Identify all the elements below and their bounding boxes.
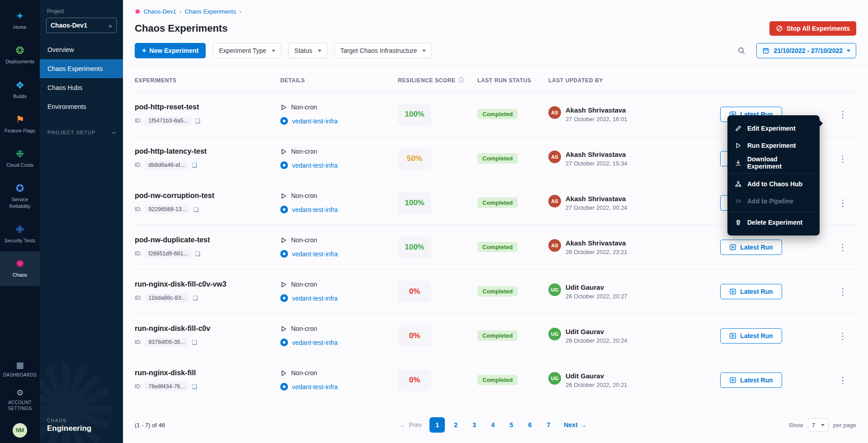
experiment-id-value: f26651d9-681...	[145, 249, 192, 258]
latest-run-button[interactable]: Latest Run	[720, 240, 782, 255]
copy-icon[interactable]: ❏	[195, 118, 200, 124]
copy-icon[interactable]: ❏	[193, 206, 198, 213]
project-selector[interactable]: Chaos-Dev1 »	[46, 18, 117, 33]
search-button[interactable]	[734, 43, 749, 58]
info-icon[interactable]: ⓘ	[458, 76, 465, 85]
page-number: 3	[472, 421, 476, 429]
copy-icon[interactable]: ❏	[195, 250, 200, 257]
menu-item-run-experiment[interactable]: Run Experiment	[727, 137, 820, 154]
chevron-down-icon	[318, 50, 321, 52]
new-experiment-button[interactable]: + New Experiment	[135, 43, 206, 58]
stop-all-experiments-button[interactable]: Stop All Experiments	[769, 21, 856, 36]
page-number-button[interactable]: 7	[541, 417, 556, 433]
experiment-name-link[interactable]: run-nginx-disk-fill-c0v	[135, 325, 280, 333]
latest-run-icon	[729, 244, 736, 251]
filter-label: Target Chaos Infrastructure	[340, 47, 417, 54]
latest-run-button[interactable]: Latest Run	[720, 284, 782, 299]
latest-run-label: Latest Run	[740, 332, 773, 339]
page-size-select[interactable]: 7	[808, 418, 829, 432]
infrastructure-link[interactable]: vedant-test-infra	[292, 118, 338, 125]
menu-item-add-to-chaos-hub[interactable]: Add to Chaos Hub	[727, 175, 820, 193]
infrastructure-link[interactable]: vedant-test-infra	[292, 295, 338, 302]
breadcrumb-page-link[interactable]: Chaos Experiments	[185, 8, 236, 15]
user-block: Akash Shrivastava 26 October 2022, 23:21	[566, 239, 627, 255]
rail-module-item[interactable]: ❉ Cloud Costs	[0, 141, 40, 176]
infrastructure-icon	[280, 117, 288, 125]
filter-dropdown[interactable]: Experiment Type	[213, 43, 281, 58]
experiment-id-value: 93784f05-35...	[145, 338, 189, 347]
experiment-name-link[interactable]: pod-http-reset-test	[135, 103, 280, 111]
menu-item-label: Edit Experiment	[747, 125, 796, 132]
project-setup-toggle[interactable]: PROJECT SETUP	[47, 130, 115, 135]
expand-project-icon[interactable]: »	[108, 22, 112, 29]
row-menu-button[interactable]: ⋮	[829, 330, 856, 341]
page-number-button[interactable]: 3	[467, 417, 482, 433]
latest-run-button[interactable]: Latest Run	[720, 328, 782, 344]
experiment-id-value: db8d6a46-af...	[145, 160, 189, 170]
row-menu-button[interactable]: ⋮	[829, 242, 856, 253]
infrastructure-icon	[280, 250, 288, 258]
page-number-button[interactable]: 2	[448, 417, 463, 433]
row-menu-button[interactable]: ⋮	[829, 153, 856, 164]
experiment-name-link[interactable]: run-nginx-disk-fill	[135, 369, 280, 377]
rail-bottom-item[interactable]: ▦ DASHBOARDS	[0, 356, 40, 383]
user-avatar[interactable]: NM	[13, 423, 27, 438]
rail-module-item[interactable]: ⚑ Feature Flags	[0, 107, 40, 141]
project-section-label: Project	[47, 8, 116, 14]
menu-item-delete-experiment[interactable]: Delete Experiment	[727, 214, 820, 231]
menu-item-download-experiment[interactable]: Download Experiment	[727, 154, 820, 171]
rail-module-item[interactable]: ❂ Deployments	[0, 38, 40, 72]
copy-icon[interactable]: ❏	[192, 162, 197, 169]
rail-module-item[interactable]: ❖ Builds	[0, 73, 40, 107]
id-label: ID:	[135, 118, 142, 124]
filter-dropdown[interactable]: Status	[288, 43, 327, 58]
copy-icon[interactable]: ❏	[193, 295, 198, 302]
filter-dropdown[interactable]: Target Chaos Infrastructure	[335, 43, 432, 58]
page-number-button[interactable]: 1	[429, 417, 445, 433]
copy-icon[interactable]: ❏	[192, 339, 197, 346]
last-run-status-cell: Completed	[477, 153, 548, 164]
menu-item-label: Delete Experiment	[747, 219, 802, 226]
sidebar-nav-item[interactable]: Overview	[40, 40, 123, 59]
sidebar-nav-item[interactable]: Chaos Hubs	[40, 78, 123, 97]
row-menu-button[interactable]: ⋮	[829, 198, 856, 208]
play-icon	[735, 142, 742, 149]
user-block: Akash Shrivastava 27 October 2022, 15:34	[566, 151, 627, 167]
infrastructure-link[interactable]: vedant-test-infra	[292, 383, 338, 391]
sidebar-nav-item[interactable]: Chaos Experiments	[40, 59, 123, 78]
latest-run-button[interactable]: Latest Run	[720, 372, 782, 388]
prev-page-button[interactable]: ← Prev	[395, 421, 426, 429]
infrastructure-link[interactable]: vedant-test-infra	[292, 206, 338, 213]
page-number-button[interactable]: 4	[485, 417, 500, 433]
sidebar-nav-item[interactable]: Environments	[40, 97, 123, 116]
row-menu-button[interactable]: ⋮	[829, 109, 856, 120]
last-run-status-cell: Completed	[477, 198, 548, 208]
rail-module-item[interactable]: ✪ Service Reliability	[0, 176, 40, 217]
experiment-name-link[interactable]: pod-nw-corruption-test	[135, 192, 280, 200]
infrastructure-link[interactable]: vedant-test-infra	[292, 339, 338, 346]
experiment-name-link[interactable]: pod-nw-duplicate-test	[135, 236, 280, 244]
menu-item-edit-experiment[interactable]: Edit Experiment	[727, 120, 820, 137]
infrastructure-link[interactable]: vedant-test-infra	[292, 250, 338, 258]
status-badge: Completed	[477, 109, 518, 119]
module-label: Cloud Costs	[6, 162, 33, 168]
rail-module-item[interactable]: ✙ Security Tests	[0, 217, 40, 251]
row-menu-button[interactable]: ⋮	[829, 286, 856, 297]
last-run-status-cell: Completed	[477, 330, 548, 341]
experiment-name-link[interactable]: pod-http-latency-test	[135, 147, 280, 156]
row-menu-button[interactable]: ⋮	[829, 375, 856, 386]
infrastructure-link[interactable]: vedant-test-infra	[292, 162, 338, 169]
project-name: Chaos-Dev1	[51, 22, 87, 29]
rail-bottom-item[interactable]: ⚙ ACCOUNT SETTINGS	[0, 383, 40, 417]
experiment-name-link[interactable]: run-nginx-disk-fill-c0v-vw3	[135, 280, 280, 288]
copy-icon[interactable]: ❏	[192, 383, 197, 390]
rail-module-item[interactable]: ✦ Home	[0, 4, 40, 38]
page-number-button[interactable]: 5	[504, 417, 519, 433]
next-page-button[interactable]: Next →	[559, 421, 591, 429]
page-number-button[interactable]: 6	[522, 417, 538, 433]
rail-module-item[interactable]: ✺ Chaos	[0, 251, 40, 286]
infra-line: vedant-test-infra	[280, 383, 398, 391]
resilience-score-cell: 0%	[398, 369, 477, 391]
breadcrumb-project-link[interactable]: Chaos-Dev1	[144, 8, 176, 15]
date-range-button[interactable]: 21/10/2022 - 27/10/2022	[756, 43, 856, 58]
